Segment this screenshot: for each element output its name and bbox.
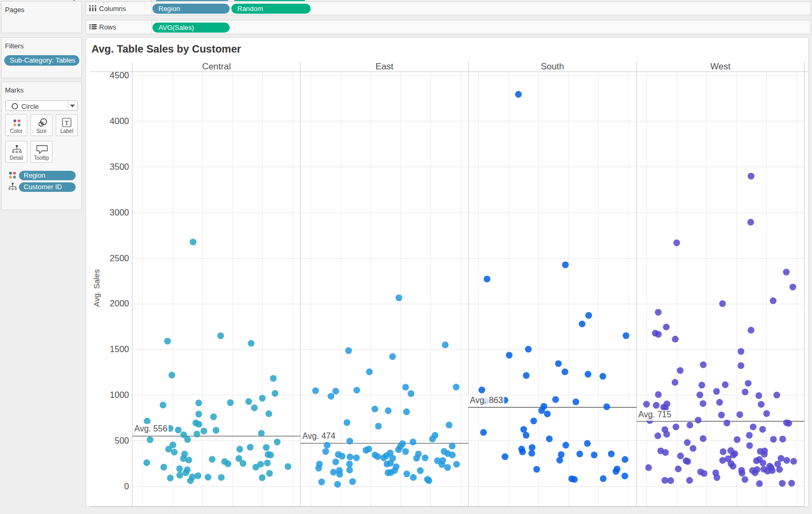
svg-text:Avg. 715: Avg. 715 [639, 410, 672, 419]
svg-text:South: South [541, 61, 564, 71]
svg-text:2000: 2000 [110, 299, 129, 308]
svg-text:1500: 1500 [110, 344, 129, 354]
svg-text:500: 500 [115, 436, 129, 445]
svg-text:4000: 4000 [110, 116, 129, 126]
svg-text:Avg. 474: Avg. 474 [302, 431, 335, 440]
svg-text:East: East [375, 61, 393, 71]
svg-text:2500: 2500 [110, 253, 129, 263]
svg-text:1000: 1000 [110, 390, 129, 399]
svg-text:Avg. Sales: Avg. Sales [92, 269, 101, 306]
svg-text:Avg. 556: Avg. 556 [135, 424, 168, 433]
svg-text:West: West [710, 61, 731, 71]
svg-text:3500: 3500 [110, 162, 129, 171]
svg-text:0: 0 [124, 481, 129, 491]
svg-text:3000: 3000 [110, 208, 129, 217]
svg-text:4500: 4500 [110, 70, 129, 80]
svg-text:Central: Central [202, 61, 231, 71]
svg-text:Avg. 863: Avg. 863 [470, 396, 503, 405]
